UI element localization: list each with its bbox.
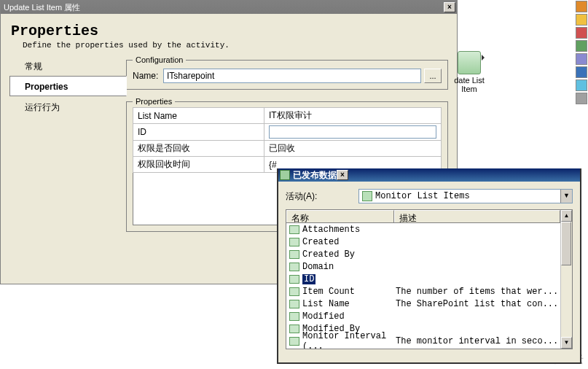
data-item-icon (289, 225, 299, 234)
tool-icon[interactable] (576, 93, 587, 104)
configuration-group: Configuration Name: ... (126, 55, 448, 90)
published-titlebar[interactable]: 已发布数据 × (278, 168, 580, 182)
item-desc: The number of items that wer... (396, 287, 560, 297)
tab-list: 常规 Properties 运行行为 (9, 55, 126, 257)
prop-value[interactable]: 已回收 (264, 141, 442, 157)
data-item-icon (289, 300, 299, 308)
prop-label: 权限回收时间 (133, 157, 264, 173)
list-item[interactable]: Attachments (286, 223, 560, 236)
item-name: Created By (302, 249, 396, 260)
list-item[interactable]: Item CountThe number of items that wer..… (286, 285, 560, 298)
prop-value[interactable] (264, 124, 442, 141)
scroll-thumb[interactable] (561, 222, 571, 265)
close-icon[interactable]: × (337, 170, 348, 180)
data-item-icon (289, 238, 299, 246)
monitor-icon (362, 191, 372, 201)
list-item[interactable]: Monitor Interval (...The monitor interva… (286, 335, 560, 347)
table-row[interactable]: ID (133, 124, 442, 141)
close-icon[interactable]: × (444, 2, 455, 12)
data-item-icon (289, 250, 299, 259)
list-item[interactable]: Domain (286, 260, 560, 273)
item-name: Domain (302, 262, 396, 272)
table-row[interactable]: List Name IT权限审计 (133, 108, 442, 124)
col-desc[interactable]: 描述 (394, 210, 560, 222)
properties-legend: Properties (133, 97, 175, 106)
item-name: SharePoint Site (302, 349, 396, 349)
activity-icon-label: date List Item (446, 76, 493, 93)
data-item-icon (289, 325, 299, 333)
toolbar-strip (575, 0, 588, 124)
item-name: Created (302, 237, 396, 247)
data-item-icon (289, 337, 299, 346)
activity-label: 活动(A): (286, 190, 358, 203)
titlebar[interactable]: Update List Item 属性 × (1, 1, 457, 14)
list-item[interactable]: ID (286, 273, 560, 285)
tool-icon[interactable] (576, 27, 587, 39)
scrollbar[interactable]: ▲ ▼ (560, 210, 572, 349)
list-item[interactable]: Created By (286, 248, 560, 260)
scroll-up-icon[interactable]: ▲ (561, 210, 572, 222)
list-item[interactable]: List NameThe SharePoint list that con... (286, 298, 560, 310)
prop-label: List Name (133, 108, 264, 124)
tab-properties[interactable]: Properties (9, 76, 127, 96)
id-input[interactable] (269, 125, 436, 139)
browse-button[interactable]: ... (424, 69, 442, 83)
tool-icon[interactable] (576, 40, 587, 52)
data-item-icon (289, 287, 299, 296)
list-header[interactable]: 名称 描述 (286, 210, 560, 223)
item-name: List Name (302, 299, 396, 309)
list-item[interactable]: Created (286, 236, 560, 248)
tab-runbehavior[interactable]: 运行行为 (9, 96, 126, 117)
activity-value: Monitor List Items (375, 191, 560, 201)
name-label: Name: (133, 71, 163, 81)
item-name: Modified (302, 311, 396, 322)
item-name: Item Count (302, 287, 396, 297)
item-desc: The SharePoint list that con... (396, 299, 560, 309)
published-data-dialog: 已发布数据 × 活动(A): Monitor List Items ▼ 名称 描… (277, 168, 581, 364)
activity-combo[interactable]: Monitor List Items ▼ (358, 189, 573, 203)
data-item-icon (289, 312, 299, 321)
scroll-down-icon[interactable]: ▼ (561, 337, 572, 349)
prop-label: 权限是否回收 (133, 141, 264, 157)
data-item-icon (289, 263, 299, 271)
prop-label: ID (133, 124, 264, 141)
activity-desktop-icon[interactable]: date List Item (446, 51, 493, 93)
list-item-icon (458, 51, 481, 74)
published-data-icon (280, 170, 290, 180)
item-desc: The monitor interval in seco... (396, 336, 560, 346)
tool-icon[interactable] (576, 66, 587, 78)
item-name: ID (302, 274, 396, 284)
page-heading: Properties (11, 23, 448, 39)
col-name[interactable]: 名称 (286, 210, 394, 222)
tool-icon[interactable] (576, 1, 587, 12)
configuration-legend: Configuration (133, 55, 186, 64)
chevron-down-icon[interactable]: ▼ (560, 190, 572, 203)
item-name: Attachments (302, 225, 396, 235)
published-list: 名称 描述 AttachmentsCreatedCreated ByDomain… (286, 209, 573, 349)
data-item-icon (289, 275, 299, 284)
list-item[interactable]: Modified (286, 310, 560, 322)
tab-general[interactable]: 常规 (9, 55, 126, 76)
name-input[interactable] (163, 69, 421, 83)
tool-icon[interactable] (576, 53, 587, 65)
prop-value[interactable]: IT权限审计 (264, 108, 442, 124)
page-subtitle: Define the properties used by the activi… (23, 41, 448, 50)
tool-icon[interactable] (576, 79, 587, 91)
item-name: Monitor Interval (... (302, 331, 396, 349)
dialog-title: Update List Item 属性 (2, 2, 444, 13)
tool-icon[interactable] (576, 14, 587, 26)
published-title: 已发布数据 (293, 169, 337, 182)
scroll-track[interactable] (561, 222, 572, 337)
table-row[interactable]: 权限是否回收 已回收 (133, 141, 442, 157)
